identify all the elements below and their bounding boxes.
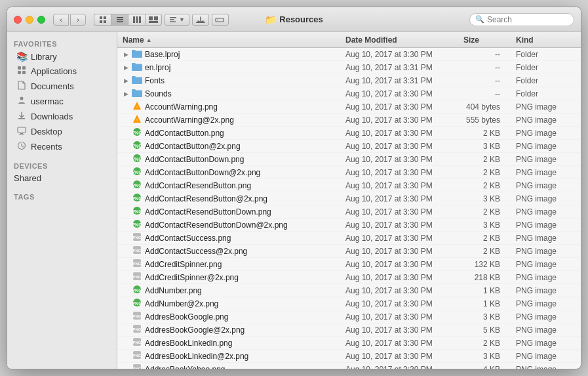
- svg-rect-10: [149, 16, 153, 20]
- file-size-cell: 2 KB: [458, 129, 511, 138]
- finder-window: ‹ › ▼: [7, 7, 581, 369]
- list-view-button[interactable]: [111, 14, 128, 26]
- arrange-button[interactable]: ▼: [165, 14, 189, 26]
- file-date-cell: Aug 10, 2017 at 3:30 PM: [340, 50, 458, 59]
- file-date-cell: Aug 10, 2017 at 3:30 PM: [340, 142, 458, 151]
- file-name-label: AddCreditSpinner.png: [145, 260, 222, 269]
- file-size-cell: --: [458, 50, 511, 59]
- file-name-label: AddContactSuccess@2x.png: [145, 247, 247, 256]
- file-name-label: AddresBookLinkedin.png: [145, 339, 232, 348]
- table-row[interactable]: PNG AddresBookGoogle.png Aug 10, 2017 at…: [117, 310, 581, 324]
- file-name-cell: ▶ Sounds: [117, 89, 340, 99]
- file-name-label: AddresBookYahoo.png: [145, 365, 225, 369]
- svg-rect-13: [170, 17, 176, 18]
- svg-text:PNG: PNG: [132, 288, 142, 293]
- search-box[interactable]: 🔍: [469, 13, 574, 26]
- table-row[interactable]: PNG AddNumber.png Aug 10, 2017 at 3:30 P…: [117, 284, 581, 297]
- sidebar-item-downloads[interactable]: Downloads: [10, 109, 114, 124]
- table-row[interactable]: PNG AddContactSuccess.png Aug 10, 2017 a…: [117, 232, 581, 245]
- date-column-header[interactable]: Date Modified: [340, 34, 458, 45]
- table-row[interactable]: PNG AddContactResendButtonDown@2x.png Au…: [117, 219, 581, 232]
- table-row[interactable]: ! AccountWarning@2x.png Aug 10, 2017 at …: [117, 114, 581, 127]
- file-kind-cell: PNG image: [511, 260, 581, 269]
- maximize-button[interactable]: [37, 16, 45, 24]
- tag-button[interactable]: [212, 14, 229, 26]
- name-column-header[interactable]: Name ▲: [117, 34, 340, 45]
- table-row[interactable]: ! AccountWarning.png Aug 10, 2017 at 3:3…: [117, 100, 581, 114]
- file-name-cell: PNG AddresBookYahoo.png: [117, 364, 340, 369]
- sidebar-item-usermac[interactable]: usermac: [10, 94, 114, 109]
- file-name-label: AccountWarning@2x.png: [145, 115, 234, 125]
- svg-rect-1: [104, 16, 106, 19]
- table-row[interactable]: PNG AddContactButton.png Aug 10, 2017 at…: [117, 127, 581, 140]
- table-row[interactable]: PNG AddCreditSpinner.png Aug 10, 2017 at…: [117, 258, 581, 271]
- file-type-icon: PNG: [132, 272, 142, 283]
- sidebar-item-documents[interactable]: Documents: [10, 79, 114, 94]
- sidebar-item-applications[interactable]: Applications: [10, 64, 114, 79]
- file-name-label: AccountWarning.png: [145, 102, 218, 112]
- table-row[interactable]: PNG AddresBookYahoo.png Aug 10, 2017 at …: [117, 363, 581, 369]
- svg-text:PNG: PNG: [132, 131, 142, 135]
- table-row[interactable]: ▶ Base.lproj Aug 10, 2017 at 3:30 PM -- …: [117, 48, 581, 61]
- cover-flow-button[interactable]: [145, 14, 162, 26]
- table-row[interactable]: PNG AddContactButton@2x.png Aug 10, 2017…: [117, 140, 581, 153]
- action-button[interactable]: [192, 14, 209, 26]
- sidebar-item-recents[interactable]: Recents: [10, 139, 114, 154]
- file-size-cell: 555 bytes: [458, 115, 511, 125]
- file-size-cell: 3 KB: [458, 312, 511, 322]
- disclosure-arrow-icon: ▶: [123, 64, 129, 71]
- file-size-cell: 218 KB: [458, 273, 511, 282]
- svg-rect-8: [136, 16, 138, 23]
- table-row[interactable]: ▶ Sounds Aug 10, 2017 at 3:30 PM -- Fold…: [117, 87, 581, 100]
- file-kind-cell: PNG image: [511, 365, 581, 369]
- kind-column-header[interactable]: Kind: [511, 34, 581, 45]
- sidebar-item-desktop[interactable]: Desktop: [10, 124, 114, 139]
- table-row[interactable]: PNG AddContactResendButton@2x.png Aug 10…: [117, 192, 581, 205]
- file-kind-cell: PNG image: [511, 207, 581, 217]
- sidebar-item-library[interactable]: 📚 Library: [10, 49, 114, 64]
- file-name-label: AddContactResendButton.png: [145, 181, 251, 190]
- file-size-cell: 2 KB: [458, 168, 511, 177]
- file-kind-cell: PNG image: [511, 181, 581, 190]
- svg-rect-9: [139, 16, 141, 23]
- table-row[interactable]: PNG AddContactResendButtonDown.png Aug 1…: [117, 205, 581, 219]
- forward-button[interactable]: ›: [70, 14, 86, 26]
- table-row[interactable]: PNG AddCreditSpinner@2x.png Aug 10, 2017…: [117, 271, 581, 284]
- file-date-cell: Aug 10, 2017 at 3:30 PM: [340, 260, 458, 269]
- file-name-cell: PNG AddCreditSpinner.png: [117, 259, 340, 270]
- table-row[interactable]: ▶ en.lproj Aug 10, 2017 at 3:31 PM -- Fo…: [117, 61, 581, 74]
- table-row[interactable]: ▶ Fonts Aug 10, 2017 at 3:31 PM -- Folde…: [117, 74, 581, 87]
- file-date-cell: Aug 10, 2017 at 3:30 PM: [340, 181, 458, 190]
- file-type-icon: PNG: [132, 206, 142, 217]
- file-name-label: AddContactResendButton@2x.png: [145, 194, 267, 203]
- file-type-icon: PNG: [132, 364, 142, 369]
- file-name-label: AddresBookGoogle.png: [145, 312, 228, 322]
- file-name-label: AddContactButtonDown.png: [145, 155, 244, 164]
- search-input[interactable]: [487, 15, 566, 24]
- file-name-label: AddNumber.png: [145, 286, 202, 295]
- table-row[interactable]: PNG AddNumber@2x.png Aug 10, 2017 at 3:3…: [117, 297, 581, 310]
- file-type-icon: PNG: [132, 127, 142, 138]
- file-type-icon: PNG: [132, 193, 142, 204]
- column-headers: Name ▲ Date Modified Size Kind: [117, 32, 581, 48]
- disclosure-arrow-icon: ▶: [123, 51, 129, 58]
- table-row[interactable]: PNG AddContactButtonDown@2x.png Aug 10, …: [117, 166, 581, 179]
- minimize-button[interactable]: [26, 16, 33, 24]
- table-row[interactable]: PNG AddContactSuccess@2x.png Aug 10, 201…: [117, 245, 581, 258]
- table-row[interactable]: PNG AddresBookLinkedin@2x.png Aug 10, 20…: [117, 350, 581, 363]
- back-button[interactable]: ‹: [53, 14, 69, 26]
- sidebar-item-desktop-label: Desktop: [31, 127, 62, 136]
- table-row[interactable]: PNG AddresBookGoogle@2x.png Aug 10, 2017…: [117, 324, 581, 337]
- column-view-button[interactable]: [128, 14, 145, 26]
- svg-text:PNG: PNG: [132, 170, 142, 175]
- table-row[interactable]: PNG AddresBookLinkedin.png Aug 10, 2017 …: [117, 337, 581, 350]
- table-row[interactable]: PNG AddContactButtonDown.png Aug 10, 201…: [117, 153, 581, 166]
- table-row[interactable]: PNG AddContactResendButton.png Aug 10, 2…: [117, 179, 581, 192]
- icon-view-button[interactable]: [94, 14, 111, 26]
- close-button[interactable]: [14, 16, 22, 24]
- svg-rect-14: [170, 19, 174, 20]
- file-name-label: AddresBookLinkedin@2x.png: [145, 352, 248, 361]
- svg-point-18: [217, 19, 218, 20]
- file-type-icon: PNG: [132, 285, 142, 296]
- size-column-header[interactable]: Size: [458, 34, 511, 45]
